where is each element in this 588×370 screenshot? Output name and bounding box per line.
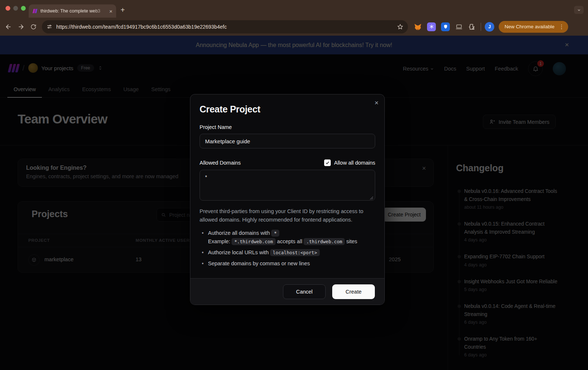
- bitwarden-shield-icon[interactable]: [441, 22, 450, 31]
- allow-all-domains-label: Allow all domains: [334, 160, 375, 166]
- site-settings-icon[interactable]: [46, 24, 53, 30]
- resize-grip-icon[interactable]: [370, 196, 373, 200]
- traffic-lights: [6, 6, 26, 11]
- create-button[interactable]: Create: [332, 284, 375, 299]
- purple-extension-icon[interactable]: [427, 22, 436, 31]
- domains-helper-text: Prevent third-parties from using your Cl…: [200, 207, 375, 224]
- close-window-button[interactable]: [6, 6, 10, 11]
- new-tab-button[interactable]: +: [121, 6, 125, 14]
- chevron-down-icon: [577, 8, 581, 12]
- code-chip: *: [271, 230, 279, 237]
- laptop-extension-icon[interactable]: [455, 23, 463, 31]
- browser-tab[interactable]: thirdweb: The complete web3 ×: [29, 4, 116, 18]
- extensions-area: [414, 22, 476, 31]
- project-name-label: Project Name: [200, 124, 375, 130]
- modal-close-icon[interactable]: ×: [374, 99, 379, 107]
- domain-hint: Example: *.thirdweb.com accepts all .thi…: [200, 237, 375, 246]
- extensions-puzzle-icon[interactable]: [468, 23, 476, 30]
- url-text[interactable]: https://thirdweb.com/team/fcd194917bc9c6…: [56, 24, 397, 30]
- code-chip: *.thirdweb.com: [232, 238, 275, 245]
- page-content: Announcing Nebula App — the most powerfu…: [0, 36, 588, 370]
- zoom-window-button[interactable]: [21, 6, 26, 11]
- domain-hint: Separate domains by commas or new lines: [200, 259, 375, 267]
- code-chip: localhost:<port>: [270, 249, 319, 256]
- metamask-extension-icon[interactable]: [414, 23, 422, 31]
- project-name-input[interactable]: [200, 134, 375, 148]
- forward-button[interactable]: [15, 21, 27, 33]
- modal-footer: Cancel Create: [190, 278, 384, 305]
- tab-search-button[interactable]: [574, 6, 584, 14]
- domains-hints-list: Authorize all domains with *Example: *.t…: [200, 229, 375, 267]
- code-chip: .thirdweb.com: [304, 238, 345, 245]
- back-arrow-icon: [5, 23, 12, 30]
- macos-titlebar: thirdweb: The complete web3 × +: [0, 0, 588, 18]
- reload-icon: [30, 24, 37, 30]
- domain-hint: Authorize local URLs with localhost:<por…: [200, 248, 375, 257]
- url-bar[interactable]: https://thirdweb.com/team/fcd194917bc9c6…: [42, 20, 408, 33]
- allowed-domains-label: Allowed Domains: [200, 160, 241, 166]
- toolbar-divider: [481, 23, 481, 31]
- thirdweb-favicon-icon: [32, 8, 37, 14]
- bookmark-star-icon[interactable]: [397, 24, 404, 30]
- cancel-button[interactable]: Cancel: [283, 284, 326, 299]
- allowed-domains-textarea[interactable]: [200, 170, 375, 201]
- tab-close-icon[interactable]: ×: [109, 8, 112, 14]
- minimize-window-button[interactable]: [13, 6, 18, 11]
- chrome-profile-avatar[interactable]: J: [485, 22, 494, 32]
- browser-toolbar: https://thirdweb.com/team/fcd194917bc9c6…: [0, 18, 588, 36]
- modal-title: Create Project: [200, 104, 375, 115]
- forward-arrow-icon: [17, 23, 25, 30]
- allow-all-domains-toggle[interactable]: Allow all domains: [324, 159, 375, 166]
- back-button[interactable]: [2, 21, 15, 33]
- domain-hint: Authorize all domains with *: [200, 229, 375, 237]
- checkbox-checked-icon[interactable]: [324, 159, 331, 166]
- chrome-menu-icon[interactable]: ⋮: [558, 21, 568, 33]
- tab-title: thirdweb: The complete web3: [40, 8, 107, 14]
- chrome-update-button[interactable]: New Chrome available: [499, 21, 558, 33]
- reload-button[interactable]: [27, 21, 40, 33]
- create-project-modal: × Create Project Project Name Allowed Do…: [190, 94, 385, 305]
